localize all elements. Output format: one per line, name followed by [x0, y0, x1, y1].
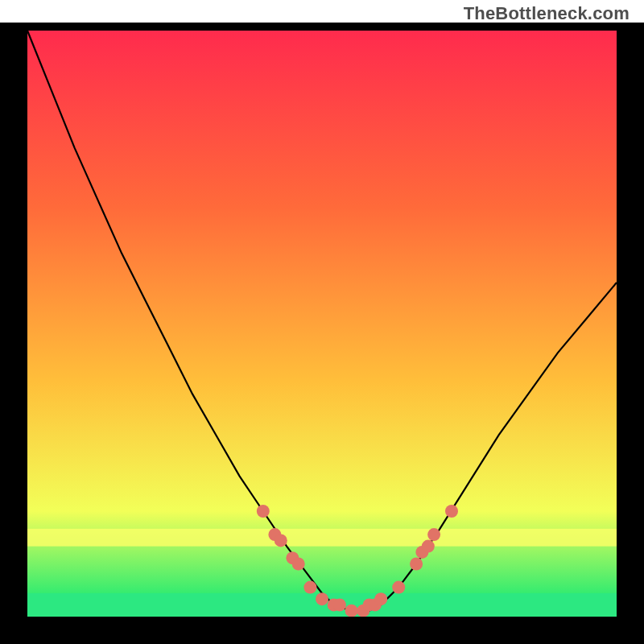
curve-marker: [410, 558, 423, 571]
chart-frame-bar: [617, 23, 644, 644]
curve-marker: [345, 605, 358, 617]
chart-frame: [0, 23, 644, 644]
yellow-band: [27, 529, 617, 547]
curve-marker: [374, 592, 387, 605]
bottleneck-chart: [0, 23, 644, 644]
watermark-text: TheBottleneck.com: [464, 3, 630, 24]
curve-marker: [303, 581, 316, 594]
curve-marker: [392, 581, 405, 594]
curve-marker: [316, 592, 328, 605]
chart-frame-bar: [0, 617, 644, 644]
curve-marker: [333, 598, 346, 611]
curve-marker: [427, 528, 440, 541]
curve-marker: [257, 505, 270, 518]
chart-frame-bar: [0, 23, 27, 644]
curve-marker: [292, 558, 305, 571]
curve-marker: [422, 540, 435, 553]
curve-marker: [445, 505, 458, 518]
curve-marker: [275, 534, 287, 547]
